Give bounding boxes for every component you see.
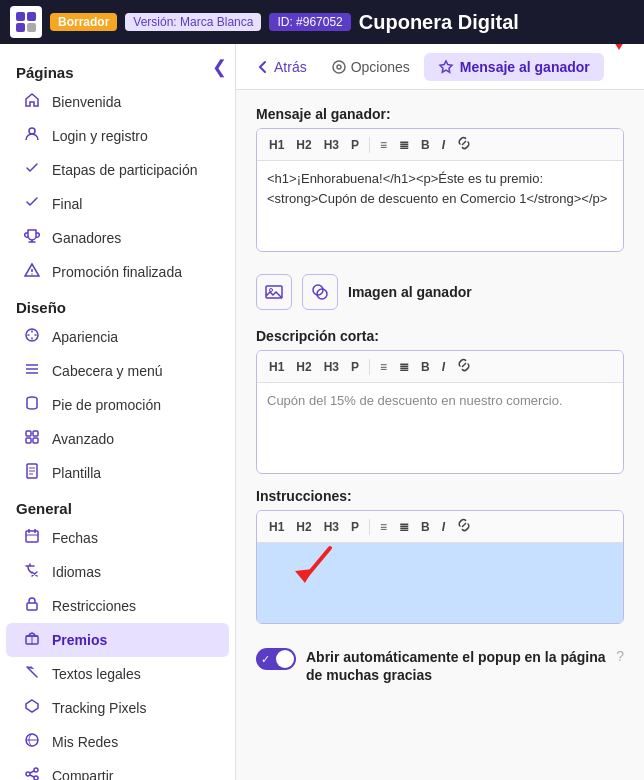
image-alt-button[interactable]: [302, 274, 338, 310]
gift-icon: [22, 630, 42, 650]
app-header: Borrador Versión: Marca Blanca ID: #9670…: [0, 0, 644, 44]
sidebar-item-idiomas[interactable]: Idiomas: [6, 555, 229, 589]
toolbar2-ol[interactable]: ≣: [395, 358, 413, 376]
toolbar3-p[interactable]: P: [347, 518, 363, 536]
avanzado-icon: [22, 429, 42, 449]
main-content: Atrás Opciones Mensaje al ganador: [236, 44, 644, 780]
mensaje-toolbar: H1 H2 H3 P ≡ ≣ B I: [257, 129, 623, 161]
toolbar3-ol[interactable]: ≣: [395, 518, 413, 536]
sidebar-label-textos: Textos legales: [52, 666, 141, 682]
sidebar-item-premios[interactable]: Premios: [6, 623, 229, 657]
svg-rect-11: [26, 431, 31, 436]
sidebar-item-plantilla[interactable]: Plantilla: [6, 456, 229, 490]
instrucciones-editor[interactable]: H1 H2 H3 P ≡ ≣ B I: [256, 510, 624, 624]
back-label: Atrás: [274, 59, 307, 75]
toggle-knob: [276, 650, 294, 668]
toolbar3-h2[interactable]: H2: [292, 518, 315, 536]
sidebar-label-idiomas: Idiomas: [52, 564, 101, 580]
user-icon: [22, 126, 42, 146]
back-button[interactable]: Atrás: [246, 53, 317, 81]
toolbar3-ul[interactable]: ≡: [376, 518, 391, 536]
sidebar-item-bienvenida[interactable]: Bienvenida: [6, 85, 229, 119]
svg-rect-0: [16, 12, 25, 21]
apariencia-icon: [22, 327, 42, 347]
sidebar: ❮ Páginas Bienvenida Login y registro Et…: [0, 44, 236, 780]
options-button[interactable]: Opciones: [321, 53, 420, 81]
sidebar-item-etapas[interactable]: Etapas de participación: [6, 153, 229, 187]
section-title-general: General: [0, 490, 235, 521]
sidebar-item-ganadores[interactable]: Ganadores: [6, 221, 229, 255]
sidebar-label-etapas: Etapas de participación: [52, 162, 198, 178]
sidebar-item-login[interactable]: Login y registro: [6, 119, 229, 153]
toolbar-h2[interactable]: H2: [292, 136, 315, 154]
sidebar-label-tracking: Tracking Pixels: [52, 700, 146, 716]
red-arrow-top: [604, 44, 634, 58]
sidebar-item-restricciones[interactable]: Restricciones: [6, 589, 229, 623]
toolbar2-p[interactable]: P: [347, 358, 363, 376]
sidebar-item-textos[interactable]: Textos legales: [6, 657, 229, 691]
badge-version: Versión: Marca Blanca: [125, 13, 261, 31]
svg-rect-14: [33, 438, 38, 443]
plantilla-icon: [22, 463, 42, 483]
toolbar2-h2[interactable]: H2: [292, 358, 315, 376]
sidebar-item-apariencia[interactable]: Apariencia: [6, 320, 229, 354]
toolbar3-h3[interactable]: H3: [320, 518, 343, 536]
active-tab-mensaje[interactable]: Mensaje al ganador: [424, 53, 604, 81]
svg-line-30: [30, 775, 34, 777]
sidebar-item-redes[interactable]: Mis Redes: [6, 725, 229, 759]
sidebar-label-fechas: Fechas: [52, 530, 98, 546]
svg-rect-1: [27, 12, 36, 21]
toolbar3-h1[interactable]: H1: [265, 518, 288, 536]
toolbar-ol[interactable]: ≣: [395, 136, 413, 154]
calendar-icon: [22, 528, 42, 548]
sidebar-label-restricciones: Restricciones: [52, 598, 136, 614]
auto-popup-toggle[interactable]: ✓: [256, 648, 296, 670]
section1-label: Mensaje al ganador:: [256, 106, 624, 122]
toggle-label: Abrir automáticamente el popup en la pág…: [306, 648, 606, 684]
sidebar-item-fechas[interactable]: Fechas: [6, 521, 229, 555]
sidebar-item-final[interactable]: Final: [6, 187, 229, 221]
badge-id: ID: #967052: [269, 13, 350, 31]
sidebar-item-promocion[interactable]: Promoción finalizada: [6, 255, 229, 289]
toolbar-italic[interactable]: I: [438, 136, 449, 154]
sidebar-item-tracking[interactable]: Tracking Pixels: [6, 691, 229, 725]
section3-label: Instrucciones:: [256, 488, 624, 504]
toolbar-ul[interactable]: ≡: [376, 136, 391, 154]
descripcion-toolbar: H1 H2 H3 P ≡ ≣ B I: [257, 351, 623, 383]
sidebar-collapse-button[interactable]: ❮: [212, 56, 227, 78]
svg-point-4: [29, 128, 35, 134]
sidebar-label-compartir: Compartir: [52, 768, 113, 780]
image-upload-button[interactable]: [256, 274, 292, 310]
sidebar-item-pie[interactable]: Pie de promoción: [6, 388, 229, 422]
help-icon[interactable]: ?: [616, 648, 624, 664]
tracking-icon: [22, 698, 42, 718]
toolbar2-h3[interactable]: H3: [320, 358, 343, 376]
toolbar-link[interactable]: [453, 134, 475, 155]
toolbar3-link[interactable]: [453, 516, 475, 537]
toolbar-bold[interactable]: B: [417, 136, 434, 154]
descripcion-editor[interactable]: H1 H2 H3 P ≡ ≣ B I Cupón del 15% de desc…: [256, 350, 624, 474]
toolbar2-ul[interactable]: ≡: [376, 358, 391, 376]
toolbar-p[interactable]: P: [347, 136, 363, 154]
language-icon: [22, 562, 42, 582]
toolbar3-italic[interactable]: I: [438, 518, 449, 536]
toolbar-h3[interactable]: H3: [320, 136, 343, 154]
descripcion-content[interactable]: Cupón del 15% de descuento en nuestro co…: [257, 383, 623, 473]
sidebar-item-cabecera[interactable]: Cabecera y menú: [6, 354, 229, 388]
warning-icon: [22, 262, 42, 282]
instrucciones-toolbar: H1 H2 H3 P ≡ ≣ B I: [257, 511, 623, 543]
toolbar2-italic[interactable]: I: [438, 358, 449, 376]
toolbar2-link[interactable]: [453, 356, 475, 377]
mensaje-content[interactable]: <h1>¡Enhorabuena!</h1><p>Éste es tu prem…: [257, 161, 623, 251]
toolbar3-bold[interactable]: B: [417, 518, 434, 536]
mensaje-editor[interactable]: H1 H2 H3 P ≡ ≣ B I <h1>¡Enhorabuena!</h1…: [256, 128, 624, 252]
sidebar-item-avanzado[interactable]: Avanzado: [6, 422, 229, 456]
toolbar-h1[interactable]: H1: [265, 136, 288, 154]
instrucciones-content[interactable]: [257, 543, 623, 623]
section2-label: Descripción corta:: [256, 328, 624, 344]
sidebar-item-compartir[interactable]: Compartir: [6, 759, 229, 780]
toolbar2-h1[interactable]: H1: [265, 358, 288, 376]
toolbar2-bold[interactable]: B: [417, 358, 434, 376]
svg-line-29: [30, 771, 34, 773]
lock-icon: [22, 596, 42, 616]
